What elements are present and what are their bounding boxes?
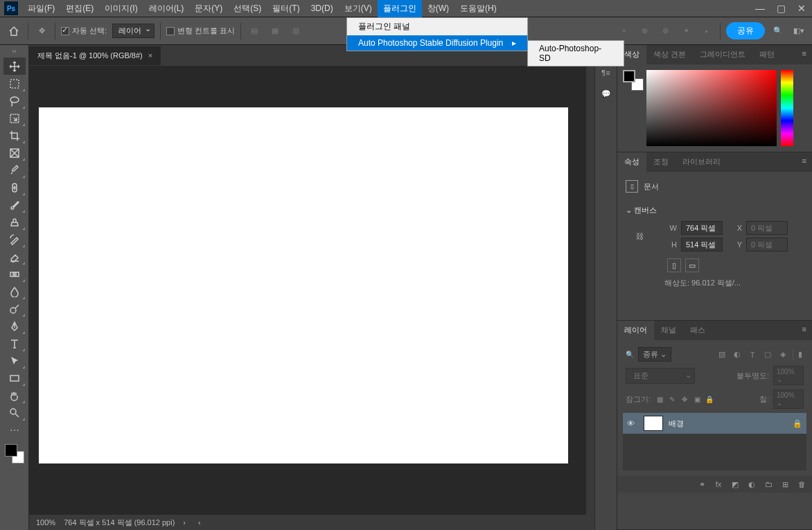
menu-image[interactable]: 이미지(I): [99, 0, 143, 17]
landscape-button[interactable]: ▭: [685, 258, 699, 272]
foreground-swatch[interactable]: [5, 444, 17, 457]
close-tab-icon[interactable]: ×: [148, 51, 152, 60]
color-field[interactable]: [646, 70, 777, 146]
eraser-tool[interactable]: [3, 248, 26, 265]
layer-locked-icon[interactable]: 🔒: [793, 419, 802, 428]
lock-position-icon[interactable]: ✥: [680, 394, 689, 404]
object-select-tool[interactable]: [3, 109, 26, 127]
align-center-icon[interactable]: ▦: [267, 24, 283, 39]
blur-tool[interactable]: [3, 283, 26, 300]
filter-toggle-icon[interactable]: ▮: [793, 349, 804, 360]
layer-fx-icon[interactable]: fx: [714, 479, 723, 489]
document-tab[interactable]: 제목 없음-1 @ 100% (RGB/8#) ×: [29, 46, 161, 65]
lock-all-icon[interactable]: 🔒: [705, 394, 714, 404]
3d-mode-icon[interactable]: ⚬: [616, 24, 631, 39]
zoom-tool[interactable]: [3, 404, 26, 421]
align-right-icon[interactable]: ▥: [288, 24, 303, 39]
status-nav-icon[interactable]: ‹: [198, 518, 201, 527]
height-input[interactable]: [681, 238, 723, 251]
lasso-tool[interactable]: [3, 92, 26, 109]
align-left-icon[interactable]: ▤: [247, 24, 262, 39]
tab-swatches[interactable]: 색상 견본: [646, 45, 693, 64]
brush-tool[interactable]: [3, 196, 26, 213]
rectangle-tool[interactable]: [3, 369, 26, 387]
path-select-tool[interactable]: [3, 352, 26, 369]
layer-name[interactable]: 배경: [669, 418, 787, 429]
menu-filter[interactable]: 필터(T): [267, 0, 305, 17]
color-mini-swatches[interactable]: [623, 70, 642, 89]
hue-slider[interactable]: [781, 70, 793, 146]
foreground-swatch[interactable]: [623, 70, 635, 82]
transform-controls-checkbox[interactable]: 변형 컨트롤 표시: [166, 26, 235, 36]
new-layer-icon[interactable]: ⊞: [780, 479, 790, 489]
layer-mask-icon[interactable]: ◩: [730, 479, 740, 489]
lock-paint-icon[interactable]: ✎: [667, 394, 677, 404]
blend-mode-dropdown[interactable]: 표준: [626, 368, 695, 384]
workspace-switcher-icon[interactable]: ◧▾: [791, 24, 806, 39]
frame-tool[interactable]: [3, 144, 26, 161]
marquee-tool[interactable]: [3, 75, 26, 92]
plugins-panel-item[interactable]: 플러그인 패널: [347, 18, 527, 35]
portrait-button[interactable]: ▯: [667, 258, 681, 272]
layer-thumbnail[interactable]: [644, 416, 663, 431]
close-button[interactable]: ✕: [791, 0, 812, 17]
width-input[interactable]: [681, 221, 723, 235]
color-swatches[interactable]: [5, 444, 24, 463]
menu-help[interactable]: 도움말(H): [454, 0, 502, 17]
menu-file[interactable]: 파일(F): [22, 0, 60, 17]
canvas-viewport[interactable]: [29, 66, 586, 515]
menu-3d[interactable]: 3D(D): [306, 1, 339, 16]
3d-cam-icon[interactable]: ▪: [699, 24, 714, 39]
layer-filter-dropdown[interactable]: 종류 ⌄: [638, 347, 671, 362]
tab-libraries[interactable]: 라이브러리: [676, 152, 727, 172]
auto-select-target-dropdown[interactable]: 레이어: [112, 24, 155, 38]
auto-photoshop-sd-item[interactable]: Auto-Photoshop-SD: [528, 41, 624, 66]
menu-select[interactable]: 선택(S): [228, 0, 267, 17]
vertical-scrollbar[interactable]: [586, 45, 594, 530]
history-brush-tool[interactable]: [3, 231, 26, 248]
auto-select-checkbox[interactable]: 자동 선택:: [61, 26, 107, 36]
move-tool[interactable]: [3, 58, 26, 75]
tab-gradients[interactable]: 그레이디언트: [693, 45, 752, 64]
lock-artboard-icon[interactable]: ▣: [692, 394, 702, 404]
filter-pixel-icon[interactable]: ▧: [716, 349, 727, 360]
menu-window[interactable]: 창(W): [422, 0, 454, 17]
panel-menu-icon[interactable]: ≡: [797, 45, 812, 64]
menu-plugins[interactable]: 플러그인: [378, 0, 422, 17]
opacity-input[interactable]: 100% ⌄: [773, 366, 804, 385]
layer-row-background[interactable]: 👁 배경 🔒: [623, 413, 806, 434]
type-tool[interactable]: [3, 335, 26, 352]
search-icon[interactable]: 🔍: [770, 24, 786, 39]
comments-panel-icon[interactable]: 💬: [599, 87, 613, 100]
3d-pan-icon[interactable]: ⊗: [657, 24, 673, 39]
delete-layer-icon[interactable]: 🗑: [797, 479, 806, 489]
3d-roll-icon[interactable]: ✦: [678, 24, 694, 39]
document-info[interactable]: 764 픽셀 x 514 픽셀 (96.012 ppi): [64, 518, 175, 528]
share-button[interactable]: 공유: [726, 22, 765, 39]
dodge-tool[interactable]: [3, 300, 26, 317]
tab-paths[interactable]: 패스: [683, 321, 712, 340]
panel-menu-icon[interactable]: ≡: [797, 321, 812, 340]
pen-tool[interactable]: [3, 317, 26, 335]
gradient-tool[interactable]: [3, 265, 26, 283]
minimize-button[interactable]: —: [750, 0, 770, 17]
lock-pixels-icon[interactable]: ▦: [655, 394, 664, 404]
canvas-section-toggle[interactable]: 캔버스: [626, 202, 804, 218]
tab-layers[interactable]: 레이어: [617, 321, 654, 340]
panel-menu-icon[interactable]: ≡: [797, 152, 812, 172]
adjustment-layer-icon[interactable]: ◐: [747, 479, 757, 489]
menu-edit[interactable]: 편집(E): [60, 0, 99, 17]
tab-channels[interactable]: 채널: [654, 321, 683, 340]
clone-stamp-tool[interactable]: [3, 213, 26, 231]
menu-layer[interactable]: 레이어(L): [143, 0, 190, 17]
edit-toolbar[interactable]: ⋯: [3, 421, 26, 439]
menu-view[interactable]: 보기(V): [339, 0, 378, 17]
link-wh-icon[interactable]: ⛓: [634, 232, 645, 240]
menu-type[interactable]: 문자(Y): [189, 0, 228, 17]
maximize-button[interactable]: ▢: [770, 0, 791, 17]
zoom-level[interactable]: 100%: [36, 518, 55, 527]
tab-adjustments[interactable]: 조정: [646, 152, 676, 172]
auto-sd-plugin-item[interactable]: Auto Photoshop Stable Diffusion Plugin ▸: [347, 35, 527, 51]
3d-orbit-icon[interactable]: ⊕: [637, 24, 652, 39]
healing-brush-tool[interactable]: [3, 179, 26, 196]
